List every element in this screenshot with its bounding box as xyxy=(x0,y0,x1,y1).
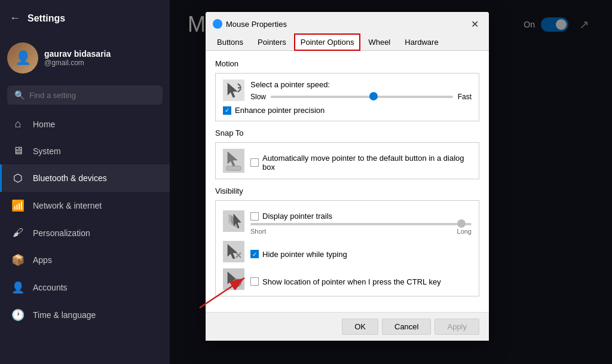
trails-label: Display pointer trails xyxy=(262,212,332,221)
dialog-app-icon xyxy=(213,19,222,29)
tab-buttons[interactable]: Buttons xyxy=(210,33,250,51)
apply-button[interactable]: Apply xyxy=(434,319,479,335)
snapto-section: Automatically move pointer to the defaul… xyxy=(215,142,479,179)
hide-typing-label: Hide pointer while typing xyxy=(262,250,347,259)
snapto-checkbox[interactable] xyxy=(250,158,259,167)
sidebar-item-home[interactable]: ⌂ Home xyxy=(0,111,170,137)
sidebar: ← Settings 👤 gaurav bidasaria @gmail.com… xyxy=(0,0,170,364)
motion-section: Select a pointer speed: Slow Fast xyxy=(215,73,479,121)
trail-slider-thumb xyxy=(457,219,466,228)
dialog-title-text: Mouse Properties xyxy=(226,20,287,29)
show-ctrl-checkbox[interactable] xyxy=(250,277,259,286)
snapto-controls: Automatically move pointer to the defaul… xyxy=(250,149,472,172)
svg-marker-9 xyxy=(228,244,237,259)
sidebar-item-bluetooth[interactable]: ⬡ Bluetooth & devices xyxy=(0,164,170,192)
main-content: Mouse On ↗ Mouse Properties ✕ Buttons Po… xyxy=(170,0,612,364)
sidebar-item-apps[interactable]: 📦 Apps xyxy=(0,246,170,274)
search-icon: 🔍 xyxy=(14,90,25,100)
show-ctrl-icon xyxy=(223,268,244,290)
tab-pointer-options[interactable]: Pointer Options xyxy=(294,33,361,51)
dialog-title-left: Mouse Properties xyxy=(213,19,287,29)
personalization-icon: 🖌 xyxy=(11,227,25,239)
sidebar-item-network[interactable]: 📶 Network & internet xyxy=(0,192,170,219)
user-name: gaurav bidasaria xyxy=(44,49,111,59)
sidebar-item-label: Home xyxy=(33,120,55,129)
speed-controls: Select a pointer speed: Slow Fast xyxy=(250,80,472,101)
network-icon: 📶 xyxy=(11,199,25,212)
visibility-section: Display pointer trails Short Long xyxy=(215,200,479,296)
dialog-close-button[interactable]: ✕ xyxy=(467,17,482,31)
short-label: Short xyxy=(250,228,266,235)
slow-label: Slow xyxy=(250,93,266,101)
sidebar-item-accounts[interactable]: 👤 Accounts xyxy=(0,274,170,301)
long-label: Long xyxy=(457,228,472,235)
hide-typing-checkbox[interactable] xyxy=(250,250,259,258)
trails-checkbox-row: Display pointer trails xyxy=(250,212,472,221)
slider-row: Slow Fast xyxy=(250,93,472,101)
snapto-row: Automatically move pointer to the defaul… xyxy=(223,149,472,173)
svg-marker-4 xyxy=(228,152,237,166)
tab-wheel[interactable]: Wheel xyxy=(362,33,397,51)
show-ctrl-row: Show location of pointer when I press th… xyxy=(223,268,472,290)
hide-typing-row: Hide pointer while typing xyxy=(223,241,472,262)
svg-marker-0 xyxy=(228,83,237,97)
svg-marker-8 xyxy=(234,214,241,228)
dialog-body: Motion Select a pointer speed: xyxy=(206,51,489,312)
motion-section-label: Motion xyxy=(215,59,479,68)
avatar-image: 👤 xyxy=(7,42,38,74)
speed-row: Select a pointer speed: Slow Fast xyxy=(223,79,472,101)
slider-fill xyxy=(271,96,371,98)
tab-pointers[interactable]: Pointers xyxy=(251,33,293,51)
trails-icon xyxy=(223,210,244,232)
show-ctrl-checkbox-row: Show location of pointer when I press th… xyxy=(250,277,441,286)
sidebar-item-label: Accounts xyxy=(33,283,68,292)
tab-hardware[interactable]: Hardware xyxy=(398,33,445,51)
svg-point-14 xyxy=(236,282,238,284)
trails-row: Display pointer trails Short Long xyxy=(223,207,472,235)
enhance-precision-label: Enhance pointer precision xyxy=(235,106,325,115)
snapto-icon xyxy=(223,149,244,173)
svg-line-1 xyxy=(238,84,241,87)
hide-typing-icon xyxy=(223,241,244,262)
cancel-button[interactable]: Cancel xyxy=(382,319,431,335)
bluetooth-icon: ⬡ xyxy=(11,172,25,185)
svg-line-3 xyxy=(238,89,241,92)
enhance-precision-row: Enhance pointer precision xyxy=(223,106,472,115)
snap-cursor-icon xyxy=(225,151,242,171)
dialog-tabs: Buttons Pointers Pointer Options Wheel H… xyxy=(206,31,489,51)
enhance-precision-checkbox[interactable] xyxy=(223,106,231,115)
trail-length-slider[interactable] xyxy=(250,223,472,225)
search-box[interactable]: 🔍 xyxy=(7,85,163,105)
sidebar-item-personalization[interactable]: 🖌 Personalization xyxy=(0,219,170,246)
trails-checkbox[interactable] xyxy=(250,212,259,221)
speed-label: Select a pointer speed: xyxy=(250,80,472,89)
back-button[interactable]: ← xyxy=(7,10,23,27)
sidebar-item-label: Personalization xyxy=(33,228,90,238)
sidebar-item-label: Apps xyxy=(33,255,52,265)
motion-icon xyxy=(223,79,244,101)
system-icon: 🖥 xyxy=(11,145,25,157)
dialog-footer: OK Cancel Apply xyxy=(206,312,489,341)
home-icon: ⌂ xyxy=(11,118,25,130)
nav-items: ⌂ Home 🖥 System ⬡ Bluetooth & devices 📶 … xyxy=(0,111,170,364)
sidebar-item-time[interactable]: 🕐 Time & language xyxy=(0,301,170,329)
sidebar-item-system[interactable]: 🖥 System xyxy=(0,137,170,164)
sidebar-item-label: Network & internet xyxy=(33,201,102,210)
search-input[interactable] xyxy=(29,91,155,100)
avatar: 👤 xyxy=(7,42,38,74)
visibility-rows: Display pointer trails Short Long xyxy=(223,207,472,290)
ok-button[interactable]: OK xyxy=(342,319,378,335)
time-icon: 🕐 xyxy=(11,308,25,322)
snapto-section-label: Snap To xyxy=(215,129,479,137)
sidebar-item-label: Time & language xyxy=(33,310,96,320)
visibility-section-label: Visibility xyxy=(215,186,479,195)
sidebar-item-label: Bluetooth & devices xyxy=(33,173,107,183)
speed-slider[interactable] xyxy=(271,96,453,98)
user-profile: 👤 gaurav bidasaria @gmail.com xyxy=(0,36,170,79)
fast-label: Fast xyxy=(458,93,472,101)
accounts-icon: 👤 xyxy=(11,281,25,294)
svg-rect-5 xyxy=(227,166,241,170)
cursor-motion-icon xyxy=(225,82,242,99)
sidebar-header: ← Settings xyxy=(0,0,170,36)
pointer-trails-icon xyxy=(225,213,242,230)
